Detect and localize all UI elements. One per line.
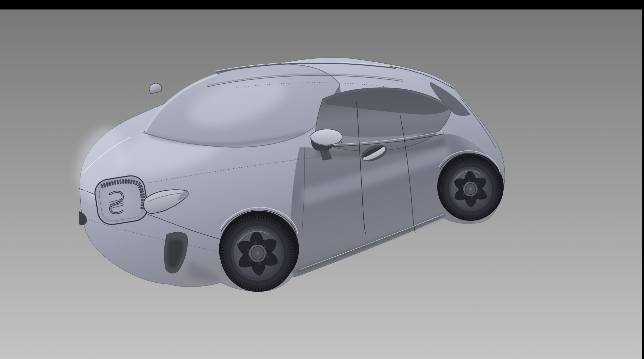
hood-mark xyxy=(341,142,343,143)
render-canvas[interactable] xyxy=(0,0,644,359)
antenna xyxy=(149,83,162,94)
car-model[interactable] xyxy=(69,58,506,298)
application-window xyxy=(0,0,644,359)
front-grille xyxy=(93,174,149,227)
